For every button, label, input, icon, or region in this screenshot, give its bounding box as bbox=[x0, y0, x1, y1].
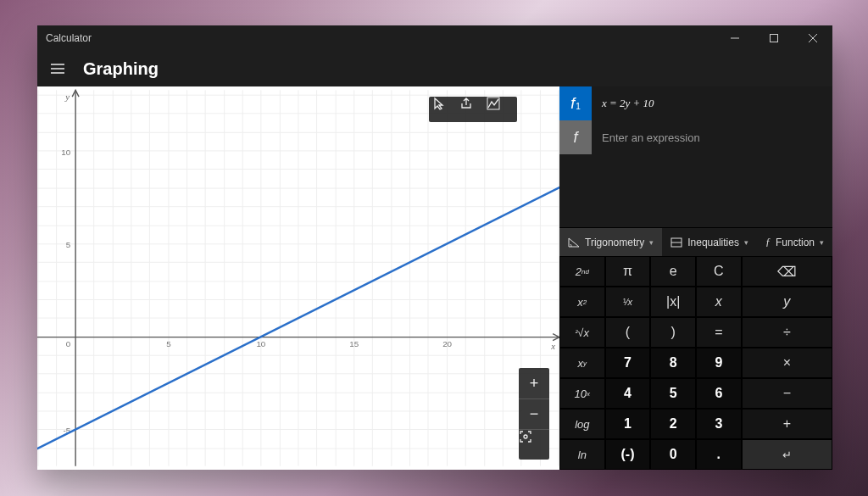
cursor-icon bbox=[432, 97, 459, 122]
key-8[interactable]: 8 bbox=[650, 348, 696, 378]
key-minus[interactable]: − bbox=[742, 378, 832, 409]
key-x[interactable]: x bbox=[696, 287, 742, 317]
window-title: Calculator bbox=[37, 32, 715, 44]
key-reciprocal[interactable]: ¹⁄x bbox=[605, 287, 651, 317]
tick-x-5: 5 bbox=[166, 339, 171, 348]
main: 0 5 10 15 20 10 5 -5 y x bbox=[37, 86, 832, 470]
key-rparen[interactable]: ) bbox=[650, 317, 696, 348]
tick-x-10: 10 bbox=[256, 339, 265, 348]
key-4[interactable]: 4 bbox=[605, 378, 651, 409]
zoom-controls: + − bbox=[519, 368, 549, 460]
minimize-button[interactable] bbox=[715, 25, 754, 51]
inequality-icon bbox=[670, 237, 682, 248]
side-pane: f1 x = 2y + 10 f Enter an expression Tri… bbox=[559, 86, 832, 470]
graph-options-button[interactable] bbox=[487, 97, 514, 122]
key-enter[interactable]: ↵ bbox=[742, 439, 832, 470]
keypad-categories: Trigonometry ▾ Inequalities ▾ ƒ Function… bbox=[559, 227, 832, 256]
maximize-button[interactable] bbox=[754, 25, 793, 51]
equation-badge-1[interactable]: f1 bbox=[559, 86, 592, 120]
key-equals[interactable]: = bbox=[696, 317, 742, 348]
equation-row-new[interactable]: f Enter an expression bbox=[559, 120, 832, 154]
share-button[interactable] bbox=[459, 97, 487, 122]
zoom-out-button[interactable]: − bbox=[519, 398, 549, 429]
key-second[interactable]: 2nd bbox=[559, 256, 605, 287]
tick-x-20: 20 bbox=[442, 339, 452, 348]
key-multiply[interactable]: × bbox=[742, 348, 832, 378]
key-0[interactable]: 0 bbox=[650, 439, 696, 470]
key-plus[interactable]: + bbox=[742, 409, 832, 439]
tick-y-5: 5 bbox=[66, 240, 71, 249]
function-icon: ƒ bbox=[765, 236, 771, 248]
axis-label-x: x bbox=[550, 341, 555, 351]
key-x-pow-y[interactable]: xy bbox=[559, 348, 605, 378]
category-label: Trigonometry bbox=[585, 237, 644, 248]
key-ln[interactable]: ln bbox=[559, 439, 605, 470]
angle-icon bbox=[568, 237, 580, 248]
category-function[interactable]: ƒ Function ▾ bbox=[757, 228, 832, 256]
key-clear[interactable]: C bbox=[696, 256, 742, 287]
axis-label-y: y bbox=[64, 92, 70, 102]
equation-input[interactable]: Enter an expression bbox=[592, 131, 832, 144]
chevron-down-icon: ▾ bbox=[744, 238, 748, 247]
key-ten-pow-x[interactable]: 10x bbox=[559, 378, 605, 409]
key-3[interactable]: 3 bbox=[696, 409, 742, 439]
key-abs[interactable]: |x| bbox=[650, 287, 696, 317]
key-y[interactable]: y bbox=[742, 287, 832, 317]
graph-toolbar bbox=[429, 97, 517, 122]
key-1[interactable]: 1 bbox=[605, 409, 651, 439]
key-lparen[interactable]: ( bbox=[605, 317, 651, 348]
chevron-down-icon: ▾ bbox=[649, 238, 654, 247]
key-decimal[interactable]: . bbox=[696, 439, 742, 470]
key-log[interactable]: log bbox=[559, 409, 605, 439]
svg-point-59 bbox=[524, 435, 527, 438]
category-label: Inequalities bbox=[687, 237, 739, 248]
titlebar: Calculator bbox=[37, 25, 832, 51]
key-7[interactable]: 7 bbox=[605, 348, 651, 378]
backspace-icon: ⌫ bbox=[777, 264, 797, 280]
menu-button[interactable] bbox=[46, 57, 70, 81]
graph-options-icon bbox=[487, 97, 514, 122]
zoom-in-button[interactable]: + bbox=[519, 368, 549, 398]
mode-title: Graphing bbox=[83, 59, 159, 79]
equation-text-1[interactable]: x = 2y + 10 bbox=[592, 97, 832, 110]
category-inequalities[interactable]: Inequalities ▾ bbox=[662, 228, 757, 256]
graph-pane[interactable]: 0 5 10 15 20 10 5 -5 y x bbox=[37, 86, 559, 470]
key-x-squared[interactable]: x2 bbox=[559, 287, 605, 317]
header: Graphing bbox=[37, 51, 832, 86]
equation-spacer bbox=[559, 154, 832, 227]
key-9[interactable]: 9 bbox=[696, 348, 742, 378]
tick-x-0: 0 bbox=[66, 339, 71, 348]
key-backspace[interactable]: ⌫ bbox=[742, 256, 832, 287]
keypad: 2nd π e C ⌫ x2 ¹⁄x |x| x y ²√x ( ) = ÷ x… bbox=[559, 256, 832, 470]
key-divide[interactable]: ÷ bbox=[742, 317, 832, 348]
zoom-fit-button[interactable] bbox=[519, 429, 549, 460]
hamburger-icon bbox=[51, 64, 64, 74]
key-e[interactable]: e bbox=[650, 256, 696, 287]
chevron-down-icon: ▾ bbox=[820, 238, 824, 247]
share-icon bbox=[459, 97, 487, 122]
key-pi[interactable]: π bbox=[605, 256, 651, 287]
equation-row-1[interactable]: f1 x = 2y + 10 bbox=[559, 86, 832, 120]
key-sqrt[interactable]: ²√x bbox=[559, 317, 605, 348]
calculator-window: Calculator Graphing bbox=[37, 25, 832, 470]
graph-canvas[interactable]: 0 5 10 15 20 10 5 -5 y x bbox=[37, 86, 559, 470]
category-trigonometry[interactable]: Trigonometry ▾ bbox=[559, 228, 662, 256]
enter-icon: ↵ bbox=[782, 449, 792, 461]
key-6[interactable]: 6 bbox=[696, 378, 742, 409]
key-2[interactable]: 2 bbox=[650, 409, 696, 439]
fit-icon bbox=[519, 430, 549, 460]
svg-rect-1 bbox=[771, 35, 778, 42]
key-5[interactable]: 5 bbox=[650, 378, 696, 409]
close-button[interactable] bbox=[793, 25, 832, 51]
equation-badge-new[interactable]: f bbox=[559, 120, 592, 154]
category-label: Function bbox=[776, 237, 815, 248]
tick-y-10: 10 bbox=[61, 148, 70, 157]
key-negate[interactable]: (-) bbox=[605, 439, 651, 470]
trace-button[interactable] bbox=[432, 97, 459, 122]
tick-x-15: 15 bbox=[349, 339, 359, 348]
